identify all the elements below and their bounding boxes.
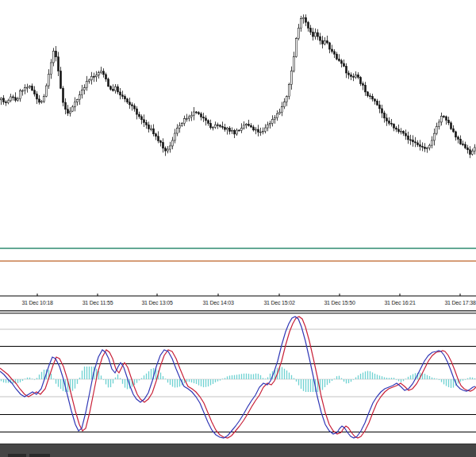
oscillator-gridlines — [0, 311, 476, 432]
oscillator-line-series — [0, 317, 476, 438]
time-axis[interactable] — [0, 294, 476, 296]
taskbar-tab-1[interactable] — [8, 454, 26, 457]
window-bottom-bar — [0, 444, 476, 457]
candlestick-series — [1, 14, 476, 158]
trading-chart-window: 31 Dec 10:18 31 Dec 11:55 31 Dec 13:05 3… — [0, 0, 476, 457]
price-overlay-lines — [0, 248, 476, 261]
chart-canvas[interactable] — [0, 0, 476, 457]
taskbar-tab-2[interactable] — [29, 454, 50, 457]
